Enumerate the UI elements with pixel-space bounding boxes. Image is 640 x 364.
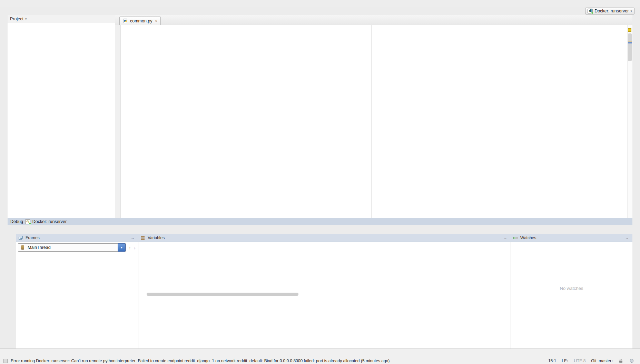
thread-icon [20,245,26,250]
watches-panel: Watches → No watches [511,234,632,349]
watches-toolbar [511,242,632,251]
frames-panel-header: Frames → [16,234,138,242]
code-viewport[interactable] [115,25,632,218]
debug-tool-window: Debug Docker: runserver Frames → MainThr… [8,218,632,349]
debugger-tabs-row [16,225,632,234]
git-branch-indicator[interactable]: Git: master↕ [591,358,613,363]
frames-list [16,253,138,349]
inspection-status-square[interactable] [628,28,631,32]
debugger-left-toolbar [8,225,16,349]
status-bar: Error running Docker: runserver: Can't r… [0,357,640,364]
stripe-mark [628,41,632,42]
horizontal-scrollbar-thumb[interactable] [147,293,298,296]
django-icon [25,219,30,224]
watches-panel-title: Watches [520,235,536,240]
pycharm-window: Docker: runserver ▾ Project ▾ common.py … [0,0,640,364]
lock-icon[interactable] [619,358,624,363]
frames-icon [18,235,23,240]
caret-position[interactable]: 15:1 [548,358,556,363]
hector-inspections-icon[interactable] [629,358,634,363]
variables-panel-header: Variables → [138,234,511,242]
thread-name: MainThread [28,245,51,250]
float-panel-icon[interactable]: → [131,236,136,240]
editor-tab-label: common.py [130,19,152,23]
project-tree [8,23,115,218]
run-config-select[interactable]: Docker: runserver ▾ [585,8,634,14]
editor-gutter[interactable] [115,25,121,218]
project-panel-header: Project ▾ [8,15,115,23]
close-icon[interactable]: × [155,19,157,23]
status-icon [3,359,8,363]
status-bar-right: 15:1 LF↕ UTF-8 Git: master↕ [548,358,637,363]
python-file-icon [123,19,128,23]
previous-frame-button[interactable]: ↑ [129,245,131,250]
debug-panel-title: Debug [10,219,23,224]
variables-list [138,242,511,349]
variables-panel-title: Variables [148,235,165,240]
line-ending-indicator[interactable]: LF↕ [562,358,568,363]
menu-bar [0,0,640,7]
code-content[interactable] [120,25,628,218]
frames-panel-title: Frames [26,235,40,240]
right-tool-stripe [632,15,640,348]
chevron-down-icon: ▾ [630,9,632,13]
scrollbar-thumb[interactable] [628,33,632,61]
editor-scrollbar[interactable] [627,25,632,218]
left-tool-stripe [0,15,8,348]
editor-area: common.py × [115,15,632,218]
thread-selector[interactable]: MainThread ▼ [18,243,126,252]
encoding-indicator[interactable]: UTF-8 [574,358,585,363]
variables-panel: Variables → [138,234,511,349]
chevron-down-icon[interactable]: ▼ [118,243,126,252]
watches-empty-text: No watches [511,286,632,291]
editor-tab-bar: common.py × [115,15,632,25]
variables-icon [140,235,146,240]
frames-panel: Frames → MainThread ▼ ↑ ↓ [16,234,138,349]
float-panel-icon[interactable]: → [625,236,630,240]
tool-window-bar [0,348,640,357]
watches-panel-header: Watches → [511,234,632,242]
project-panel-title: Project [10,17,23,21]
status-message[interactable]: Error running Docker: runserver: Can't r… [11,358,390,363]
stripe-mark-current-line [628,42,632,43]
django-icon [588,9,593,13]
project-tool-window: Project ▾ [8,15,115,218]
watches-icon [513,235,518,240]
editor-tab-common-py[interactable]: common.py × [119,17,161,25]
thread-selector-row: MainThread ▼ ↑ ↓ [16,242,138,253]
chevron-down-icon[interactable]: ▾ [25,17,27,21]
next-frame-button[interactable]: ↓ [134,245,136,250]
toolbar-right: Docker: runserver ▾ [585,8,637,14]
debug-panel-header: Debug Docker: runserver [8,218,632,225]
main-toolbar: Docker: runserver ▾ [0,7,640,16]
right-margin-guide [371,25,372,218]
float-panel-icon[interactable]: → [503,236,508,240]
debug-panel-subtitle: Docker: runserver [32,219,67,224]
run-config-label: Docker: runserver [594,9,629,13]
